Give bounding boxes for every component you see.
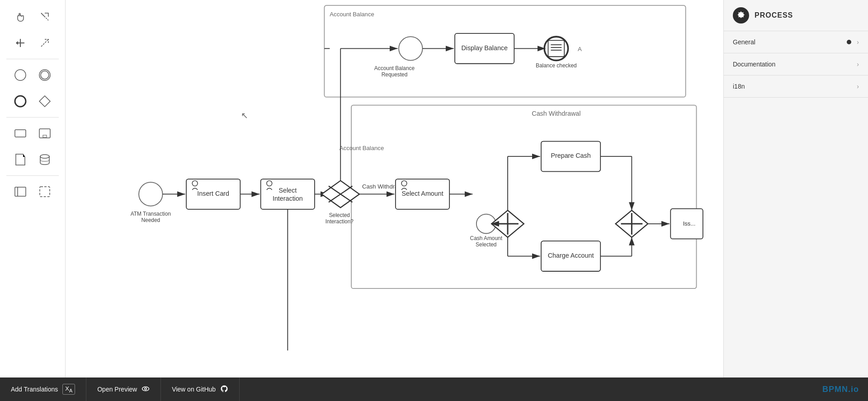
svg-marker-11 bbox=[39, 96, 50, 107]
right-panel-header: PROCESS bbox=[724, 0, 868, 31]
github-icon bbox=[220, 385, 228, 394]
arrow-tool-btn[interactable] bbox=[33, 32, 56, 54]
open-preview-btn[interactable]: Open Preview bbox=[86, 377, 161, 401]
svg-point-10 bbox=[15, 96, 26, 107]
gear-icon bbox=[733, 7, 749, 24]
svg-line-6 bbox=[41, 39, 48, 47]
bpmn-logo: BPMN.io bbox=[822, 385, 859, 394]
general-dot bbox=[847, 40, 851, 44]
svg-point-24 bbox=[399, 37, 422, 60]
data-object-btn[interactable] bbox=[9, 148, 32, 171]
i18n-chevron: › bbox=[857, 83, 859, 90]
intermediate-event-btn[interactable] bbox=[33, 64, 56, 86]
svg-text:Iss...: Iss... bbox=[683, 220, 696, 227]
svg-text:Account Balance: Account Balance bbox=[340, 145, 384, 151]
documentation-item[interactable]: Documentation › bbox=[724, 53, 868, 75]
github-label: View on GitHub bbox=[172, 386, 216, 393]
svg-point-97 bbox=[142, 387, 149, 391]
preview-label: Open Preview bbox=[97, 386, 137, 393]
svg-text:Selected: Selected bbox=[329, 212, 350, 218]
lasso-tool-btn[interactable] bbox=[33, 5, 56, 28]
left-toolbar bbox=[0, 0, 66, 377]
svg-text:Requested: Requested bbox=[382, 71, 408, 78]
svg-text:Prepare Cash: Prepare Cash bbox=[551, 152, 590, 160]
right-panel: PROCESS General › Documentation › i18n › bbox=[723, 0, 868, 377]
svg-text:Selected: Selected bbox=[476, 241, 496, 248]
hand-tool-btn[interactable] bbox=[9, 5, 32, 28]
svg-text:A: A bbox=[578, 46, 582, 52]
bpmn-diagram: Account Balance Account Balance Requeste… bbox=[66, 0, 723, 377]
svg-text:Interaction?: Interaction? bbox=[326, 218, 354, 225]
svg-text:Insert Card: Insert Card bbox=[197, 190, 229, 197]
end-event-btn[interactable] bbox=[9, 90, 32, 113]
svg-rect-31 bbox=[548, 40, 564, 57]
bottom-bar: Add Translations XA Open Preview View on… bbox=[0, 377, 868, 401]
svg-text:Charge Account: Charge Account bbox=[548, 252, 594, 259]
right-panel-title: PROCESS bbox=[755, 11, 793, 19]
svg-rect-49 bbox=[261, 179, 315, 209]
svg-text:Select: Select bbox=[278, 187, 297, 194]
pool-btn[interactable] bbox=[9, 180, 32, 203]
svg-text:Interaction: Interaction bbox=[273, 195, 303, 202]
svg-text:ATM Transaction: ATM Transaction bbox=[131, 211, 171, 217]
i18n-item[interactable]: i18n › bbox=[724, 75, 868, 98]
preview-icon bbox=[142, 385, 150, 394]
svg-text:Account Balance: Account Balance bbox=[374, 65, 415, 71]
svg-rect-19 bbox=[40, 187, 50, 197]
data-store-btn[interactable] bbox=[33, 148, 56, 171]
svg-text:Select Amount: Select Amount bbox=[401, 190, 443, 197]
add-translations-btn[interactable]: Add Translations XA bbox=[0, 377, 86, 401]
svg-point-41 bbox=[139, 182, 162, 206]
svg-rect-17 bbox=[15, 187, 26, 196]
documentation-chevron: › bbox=[857, 61, 859, 68]
canvas-area[interactable]: Account Balance Account Balance Requeste… bbox=[66, 0, 723, 377]
svg-text:Needed: Needed bbox=[141, 217, 160, 223]
svg-text:Balance checked: Balance checked bbox=[536, 62, 577, 69]
view-github-btn[interactable]: View on GitHub bbox=[161, 377, 240, 401]
subprocess-btn[interactable] bbox=[33, 122, 56, 145]
svg-text:↖: ↖ bbox=[241, 111, 248, 120]
i18n-label: i18n bbox=[733, 83, 745, 90]
svg-point-7 bbox=[15, 70, 26, 80]
translations-label: Add Translations bbox=[11, 386, 58, 393]
svg-point-16 bbox=[40, 155, 49, 158]
svg-line-1 bbox=[41, 13, 45, 17]
group-btn[interactable] bbox=[33, 180, 56, 203]
general-label: General bbox=[733, 38, 755, 46]
svg-text:Display Balance: Display Balance bbox=[461, 44, 508, 52]
start-event-btn[interactable] bbox=[9, 64, 32, 86]
svg-point-9 bbox=[41, 71, 49, 79]
task-btn[interactable] bbox=[9, 122, 32, 145]
svg-text:Cash Withdrawal: Cash Withdrawal bbox=[532, 110, 580, 117]
svg-text:Cash Amount: Cash Amount bbox=[470, 235, 503, 241]
translations-icon: XA bbox=[62, 384, 75, 395]
documentation-label: Documentation bbox=[733, 61, 775, 68]
general-item[interactable]: General › bbox=[724, 31, 868, 53]
svg-point-98 bbox=[145, 387, 147, 390]
svg-text:Account Balance: Account Balance bbox=[330, 11, 374, 18]
svg-rect-13 bbox=[39, 129, 50, 138]
general-chevron: › bbox=[857, 38, 859, 46]
svg-rect-12 bbox=[15, 130, 26, 137]
gateway-btn[interactable] bbox=[33, 90, 56, 113]
svg-rect-14 bbox=[43, 135, 47, 137]
connect-tool-btn[interactable] bbox=[9, 32, 32, 54]
